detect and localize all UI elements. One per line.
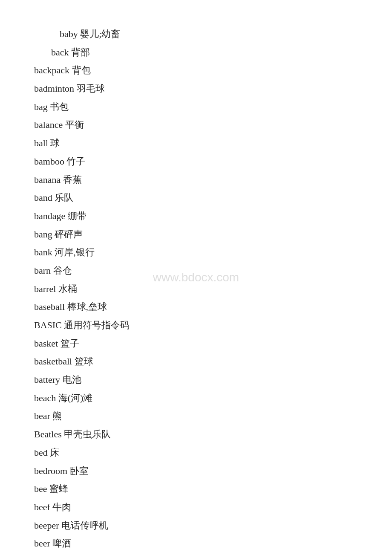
entry-bang: bang 砰砰声: [34, 226, 358, 243]
entry-beer: beer 啤酒: [34, 535, 358, 552]
entry-bandage: bandage 绷带: [34, 208, 358, 225]
entry-banana: banana 香蕉: [34, 171, 358, 189]
entry-bee: bee 蜜蜂: [34, 480, 358, 498]
entry-bed: bed 床: [34, 444, 358, 462]
entry-basket: basket 篮子: [34, 335, 358, 353]
entry-baby: baby 婴儿;幼畜: [34, 26, 358, 43]
entry-backpack: backpack 背包: [34, 62, 358, 79]
entry-bag: bag 书包: [34, 98, 358, 116]
entry-badminton: badminton 羽毛球: [34, 80, 358, 98]
entry-ball: ball 球: [34, 135, 358, 152]
entry-basic: BASIC 通用符号指令码: [34, 317, 358, 334]
entry-back: back 背部: [34, 44, 358, 61]
entry-beef: beef 牛肉: [34, 499, 358, 516]
entry-barrel: barrel 水桶: [34, 280, 358, 298]
entry-beach: beach 海(河)滩: [34, 390, 358, 407]
entry-bedroom: bedroom 卧室: [34, 462, 358, 480]
entry-bank: bank 河岸,银行: [34, 244, 358, 261]
entry-bamboo: bamboo 竹子: [34, 153, 358, 171]
entry-bear: bear 熊: [34, 408, 358, 425]
entry-beatles: Beatles 甲壳虫乐队: [34, 426, 358, 443]
entry-battery: battery 电池: [34, 371, 358, 389]
entry-beeper: beeper 电话传呼机: [34, 517, 358, 535]
entry-barn: barn 谷仓: [34, 262, 358, 280]
entry-band: band 乐队: [34, 189, 358, 207]
entry-basketball: basketball 篮球: [34, 353, 358, 370]
main-content: baby 婴儿;幼畜back 背部backpack 背包badminton 羽毛…: [0, 0, 392, 555]
entry-balance: balance 平衡: [34, 116, 358, 134]
entry-beginning: beginning 开端;开始: [34, 553, 358, 555]
entry-baseball: baseball 棒球,垒球: [34, 298, 358, 316]
